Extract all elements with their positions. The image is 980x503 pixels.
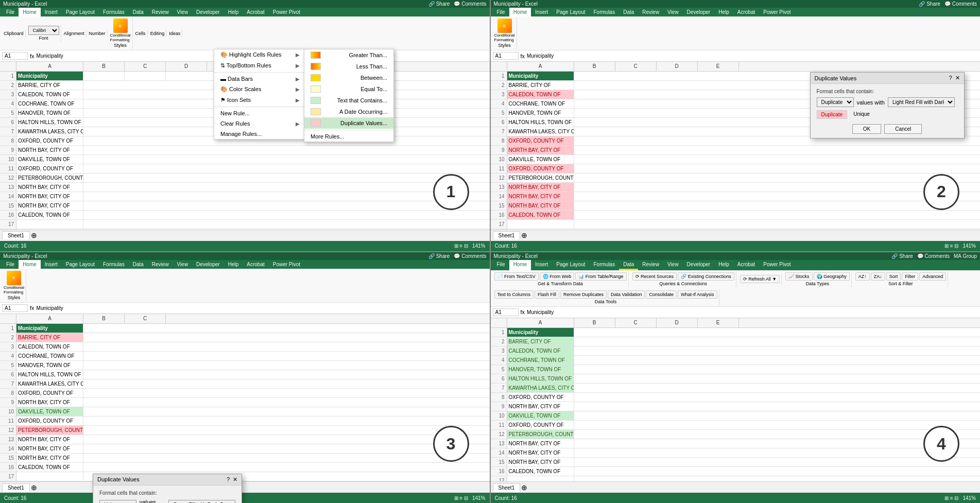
tab-pagelayout-4[interactable]: Page Layout [552,260,589,270]
cell-a2-2[interactable]: BARRIE, CITY OF [507,81,574,90]
menu-clearrules-1[interactable]: Clear Rules ▶ [214,118,306,129]
tab-pagelayout-1[interactable]: Page Layout [62,8,99,16]
dialog-select1-3[interactable]: Duplicate Unique [99,500,136,503]
tab-acrobat-4[interactable]: Acrobat [733,260,759,270]
sub-equalto-1[interactable]: Equal To... [304,83,393,95]
tab-developer-4[interactable]: Developer [683,260,715,270]
cell-a6-4[interactable]: HALTON HILLS, TOWN OF [507,374,574,383]
menu-iconsets-1[interactable]: ⚑ Icon Sets ▶ [214,95,306,106]
tab-home-3[interactable]: Home [19,260,41,269]
formula-input-3[interactable] [37,305,488,311]
tab-acrobat-3[interactable]: Acrobat [243,260,268,269]
tab-formulas-4[interactable]: Formulas [590,260,620,270]
cell-reference-3[interactable] [2,304,28,312]
tab-insert-2[interactable]: Insert [531,8,552,16]
conditional-formatting-btn-1[interactable]: ≡ ConditionalFormatting [110,19,131,42]
cell-a9-4[interactable]: NORTH BAY, CITY OF [507,402,574,411]
tab-data-2[interactable]: Data [619,8,638,16]
tab-view-4[interactable]: View [663,260,683,270]
cell-a13-4[interactable]: NORTH BAY, CITY OF [507,439,574,448]
cell-a15-1[interactable]: NORTH BAY, CITY OF [16,201,83,210]
cell-a9-2[interactable]: NORTH BAY, CITY OF [507,146,574,154]
tab-review-2[interactable]: Review [638,8,663,16]
filter-btn-4[interactable]: Filter [902,272,918,281]
dialog-help-2[interactable]: ? [949,75,952,81]
tab-insert-1[interactable]: Insert [41,8,62,16]
cell-a15-4[interactable]: NORTH BAY, CITY OF [507,458,574,466]
cell-a4-3[interactable]: COCHRANE, TOWN OF [16,352,83,360]
sub-morerules-1[interactable]: More Rules... [304,131,393,142]
sub-dateoccurring-1[interactable]: A Date Occurring... [304,106,393,117]
cell-a15-3[interactable]: NORTH BAY, CITY OF [16,454,83,462]
cell-a9-3[interactable]: NORTH BAY, CITY OF [16,398,83,407]
formula-input-4[interactable] [527,309,978,315]
sort-az-4[interactable]: AZ↑ [855,272,870,281]
cell-a3-3[interactable]: CALEDON, TOWN OF [16,342,83,351]
add-sheet-4[interactable]: ⊕ [521,483,527,492]
cell-a2-3[interactable]: BARRIE, CITY OF [16,333,83,342]
comments-btn-3[interactable]: 💬 Comments [454,253,486,259]
cell-a16-1[interactable]: CALEDON, TOWN OF [16,211,83,219]
menu-highlight-1[interactable]: 🎨 Highlight Cells Rules ▶ [214,49,306,60]
sheet1-tab-4[interactable]: Sheet1 [493,483,521,492]
tab-home-4[interactable]: Home [509,260,531,270]
tab-review-3[interactable]: Review [148,260,173,269]
share-btn-1[interactable]: 🔗 Share [428,1,450,7]
add-sheet-2[interactable]: ⊕ [521,231,527,239]
tab-review-4[interactable]: Review [638,260,663,270]
cell-reference-1[interactable] [2,52,28,60]
cell-a1-3[interactable]: Municipality [16,324,83,333]
tab-data-4[interactable]: Data [619,260,638,270]
sub-textcontains-1[interactable]: Text that Contains... [304,95,393,106]
cell-a3-4[interactable]: CALEDON, TOWN OF [507,346,574,355]
tab-powerpivot-2[interactable]: Power Pivot [759,8,795,16]
cell-a4-1[interactable]: COCHRANE, TOWN OF [16,99,83,108]
conditional-formatting-btn-3[interactable]: ≡ ConditionalFormatting [4,271,24,294]
tab-developer-3[interactable]: Developer [192,260,224,269]
cell-a14-4[interactable]: NORTH BAY, CITY OF [507,448,574,457]
menu-managerules-1[interactable]: Manage Rules... [214,129,306,139]
tab-view-3[interactable]: View [173,260,193,269]
tab-home-1[interactable]: Home [19,8,41,16]
cell-a6-1[interactable]: HALTON HILLS, TOWN OF [16,118,83,127]
dialog-select1-2[interactable]: Duplicate Unique [817,97,854,107]
share-btn-4[interactable]: 🔗 Share [891,253,913,259]
tab-acrobat-2[interactable]: Acrobat [733,8,759,16]
tab-file-1[interactable]: File [2,8,19,16]
tab-help-3[interactable]: Help [224,260,243,269]
refresh-btn-4[interactable]: ⟳ Refresh All ▼ [740,275,780,283]
cell-a15-2[interactable]: NORTH BAY, CITY OF [507,201,574,210]
cell-a1-4[interactable]: Municipality [507,328,574,337]
cell-a8-3[interactable]: OXFORD, COUNTY OF [16,389,83,397]
advanced-btn-4[interactable]: Advanced [919,272,946,281]
sub-duplicatevals-1[interactable]: Duplicate Values... [304,117,393,129]
data-validate-4[interactable]: Data Validation [608,290,645,299]
tab-view-2[interactable]: View [663,8,683,16]
sub-greater-1[interactable]: Greater Than... [304,49,393,61]
cell-a1-1[interactable]: Municipality [16,72,83,80]
cell-a11-4[interactable]: OXFORD, COUNTY OF [507,421,574,429]
whatif-4[interactable]: What-If Analysis [678,290,717,299]
sub-between-1[interactable]: Between... [304,72,393,83]
comments-btn-2[interactable]: 💬 Comments [944,1,977,7]
cell-a4-4[interactable]: COCHRANE, TOWN OF [507,356,574,365]
text-cols-4[interactable]: Text to Columns [494,290,534,299]
comments-btn-4[interactable]: 💬 Comments [917,253,950,259]
cell-a14-3[interactable]: NORTH BAY, CITY OF [16,444,83,453]
tab-file-2[interactable]: File [493,8,509,16]
dialog-select2-2[interactable]: Light Red Fill with Dark Red Text Yellow… [888,97,955,107]
cell-a13-3[interactable]: NORTH BAY, CITY OF [16,435,83,444]
sheet1-tab-1[interactable]: Sheet1 [2,231,30,239]
menu-databars-1[interactable]: ▬ Data Bars ▶ [214,74,306,84]
cell-a8-4[interactable]: OXFORD, COUNTY OF [507,393,574,402]
cell-a13-1[interactable]: NORTH BAY, CITY OF [16,183,83,192]
geography-btn-4[interactable]: 🌍 Geography [814,272,850,281]
cell-a10-4[interactable]: OAKVILLE, TOWN OF [507,411,574,420]
tab-powerpivot-3[interactable]: Power Pivot [269,260,304,269]
from-table-4[interactable]: 📊 From Table/Range [575,272,626,281]
tab-developer-2[interactable]: Developer [683,8,715,16]
sub-lessthan-1[interactable]: Less Than... [304,61,393,72]
tab-developer-1[interactable]: Developer [192,8,224,16]
cell-a5-2[interactable]: HANOVER, TOWN OF [507,109,574,117]
cell-a10-1[interactable]: OAKVILLE, TOWN OF [16,155,83,164]
